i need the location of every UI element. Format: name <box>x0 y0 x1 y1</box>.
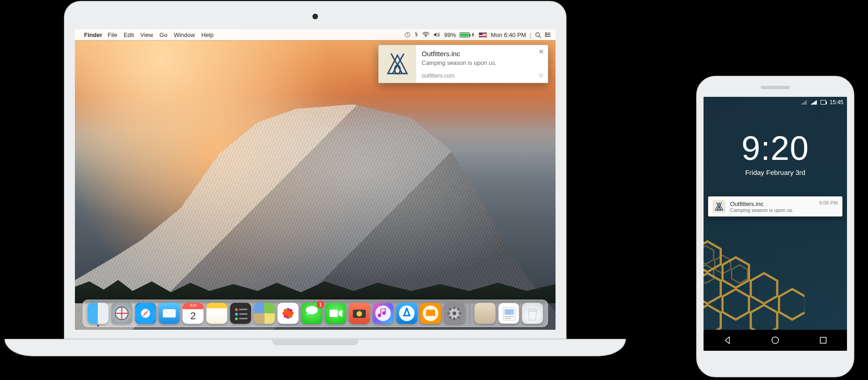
svg-point-21 <box>235 317 238 320</box>
menu-help[interactable]: Help <box>201 32 214 38</box>
svg-marker-53 <box>722 258 749 288</box>
dock-system-preferences[interactable] <box>444 303 465 324</box>
notification-site: outfitters.com <box>422 73 544 79</box>
menu-go[interactable]: Go <box>159 32 167 38</box>
app-name[interactable]: Finder <box>84 32 102 38</box>
dock-finder[interactable] <box>88 303 109 324</box>
menu-edit[interactable]: Edit <box>124 32 134 38</box>
svg-rect-68 <box>820 338 826 343</box>
gear-icon[interactable] <box>538 72 544 80</box>
svg-point-67 <box>772 337 779 344</box>
close-icon[interactable]: ✕ <box>539 48 544 55</box>
menu-file[interactable]: File <box>108 32 117 38</box>
svg-point-33 <box>357 311 362 317</box>
lock-screen-clock: 9:20 Friday February 3rd <box>704 129 847 176</box>
svg-point-8 <box>545 34 546 35</box>
status-clock: 15:45 <box>830 99 843 106</box>
svg-point-7 <box>545 32 546 33</box>
svg-marker-55 <box>751 273 777 304</box>
svg-line-46 <box>450 317 451 318</box>
svg-line-44 <box>458 317 460 318</box>
notification-body: Outfitters.inc Camping season is upon us… <box>730 201 815 213</box>
dock-photos[interactable] <box>278 303 299 324</box>
tent-logo-icon <box>385 51 410 77</box>
laptop-base <box>5 339 626 356</box>
dock-maps[interactable] <box>254 303 275 324</box>
dock-separator <box>470 304 470 324</box>
laptop-device: Finder File Edit View Go Window Help <box>5 1 626 356</box>
phone-speaker-icon <box>761 86 790 89</box>
input-flag-icon[interactable] <box>479 32 487 37</box>
notification-center-icon[interactable] <box>545 32 551 37</box>
svg-point-1 <box>425 36 426 37</box>
dock-appstore[interactable] <box>397 303 418 324</box>
camera-icon <box>312 14 318 19</box>
svg-rect-49 <box>505 316 514 317</box>
spotlight-icon[interactable] <box>535 32 541 38</box>
overview-icon[interactable] <box>818 335 828 345</box>
signal-icon <box>810 100 817 105</box>
desktop-notification[interactable]: Outfitters.inc Camping season is upon us… <box>378 45 548 83</box>
dock-reminders[interactable] <box>230 303 251 324</box>
notification-timestamp: 9:08 PM <box>819 200 838 206</box>
svg-rect-18 <box>239 309 248 310</box>
menu-window[interactable]: Window <box>174 32 195 38</box>
calendar-day: 2 <box>183 303 204 324</box>
signal-secondary-icon <box>800 100 807 105</box>
messages-badge: 1 <box>317 301 324 308</box>
dock-facetime[interactable] <box>325 303 346 324</box>
dock-calendar[interactable]: JUN 2 <box>183 303 204 324</box>
svg-rect-20 <box>239 313 248 315</box>
laptop-lid: Finder File Edit View Go Window Help <box>64 1 566 339</box>
laptop-notch <box>272 340 359 345</box>
dock-trash[interactable] <box>522 303 543 324</box>
svg-marker-63 <box>732 265 748 283</box>
dock-itunes[interactable] <box>373 303 394 324</box>
dock-photobooth[interactable] <box>349 303 370 324</box>
notification-body: Outfitters.inc Camping season is upon us… <box>416 45 548 83</box>
dock-user-photo[interactable] <box>475 303 496 324</box>
svg-line-45 <box>458 308 460 310</box>
menu-bar: Finder File Edit View Go Window Help <box>75 29 556 40</box>
svg-point-51 <box>528 309 537 311</box>
back-icon[interactable] <box>722 335 732 345</box>
battery-icon[interactable] <box>460 32 475 37</box>
lock-time: 9:20 <box>704 129 847 168</box>
home-icon[interactable] <box>770 335 780 345</box>
dock-mail[interactable] <box>159 303 180 324</box>
svg-marker-60 <box>704 246 714 264</box>
menu-view[interactable]: View <box>140 32 153 38</box>
notification-message: Camping season is upon us. <box>422 59 544 66</box>
volume-icon[interactable] <box>433 32 440 37</box>
phone-device: 15:45 9:20 Friday February 3rd Outfitter… <box>696 76 854 377</box>
dock-notes[interactable] <box>206 303 228 324</box>
battery-percent[interactable]: 99% <box>444 32 456 38</box>
timemachine-icon[interactable] <box>404 32 411 38</box>
svg-point-38 <box>453 311 456 315</box>
dock-ibooks[interactable] <box>420 303 441 324</box>
dock-document[interactable] <box>498 303 519 324</box>
svg-marker-15 <box>143 310 149 317</box>
svg-rect-31 <box>330 310 338 317</box>
lock-date: Friday February 3rd <box>704 169 847 176</box>
mac-screen: Finder File Edit View Go Window Help <box>75 29 556 330</box>
dock-launchpad[interactable] <box>111 303 132 324</box>
phone-notification[interactable]: Outfitters.inc Camping season is upon us… <box>708 196 842 216</box>
svg-point-19 <box>235 313 238 316</box>
notification-app-icon <box>713 200 725 213</box>
bluetooth-icon[interactable] <box>414 32 418 38</box>
notification-message: Camping season is upon us. <box>730 207 815 213</box>
svg-point-17 <box>235 308 238 311</box>
tent-logo-icon <box>714 201 724 211</box>
svg-point-13 <box>540 74 542 76</box>
battery-icon <box>820 100 826 105</box>
notification-title: Outfitters.inc <box>730 201 815 207</box>
notification-title: Outfitters.inc <box>422 50 544 58</box>
dock-safari[interactable] <box>135 303 156 324</box>
wifi-icon[interactable] <box>422 32 429 37</box>
svg-marker-56 <box>722 289 749 320</box>
menubar-divider: | <box>530 32 531 38</box>
dock-messages[interactable]: 1 <box>302 303 323 324</box>
notification-app-icon <box>379 45 416 83</box>
menubar-clock[interactable]: Mon 6:40 PM <box>491 32 526 38</box>
